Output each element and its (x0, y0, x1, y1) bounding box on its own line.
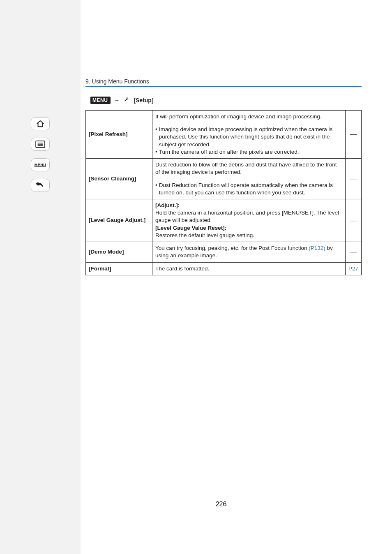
page-content: 9. Using Menu Functions MENU → [Setup] [… (81, 0, 392, 554)
setting-ref: — (345, 242, 361, 262)
table-row: [Level Gauge Adjust.] [Adjust.]: Hold th… (86, 199, 362, 242)
wrench-icon (123, 96, 130, 104)
setting-ref: — (345, 199, 361, 242)
setting-name: [Demo Mode] (86, 242, 152, 262)
setting-ref: — (345, 111, 361, 159)
setting-bullets: •Dust Reduction Function will operate au… (152, 179, 346, 199)
setting-name: [Format] (86, 262, 152, 275)
arrow-right-icon: → (114, 97, 120, 104)
setting-bullets: •Imaging device and image processing is … (152, 123, 346, 159)
menu-button[interactable]: MENU (31, 158, 50, 171)
setting-ref: — (345, 159, 361, 199)
setting-name: [Pixel Refresh] (86, 111, 152, 159)
breadcrumb: 9. Using Menu Functions (85, 78, 362, 87)
sidebar-nav: MENU (0, 0, 81, 554)
page-link[interactable]: (P132) (309, 245, 325, 251)
setting-desc: You can try focusing, peaking, etc. for … (152, 242, 346, 262)
back-arrow-icon (35, 181, 45, 189)
list-box-icon (35, 140, 46, 148)
menu-path: MENU → [Setup] (85, 96, 362, 104)
page-number: 226 (81, 501, 362, 508)
home-icon (36, 120, 45, 128)
setting-name: [Level Gauge Adjust.] (86, 199, 152, 242)
table-row: [Pixel Refresh] It will perform optimiza… (86, 111, 362, 123)
back-button[interactable] (31, 179, 50, 192)
setting-desc: Dust reduction to blow off the debris an… (152, 159, 346, 179)
setting-desc: The card is formatted. (152, 262, 346, 275)
settings-table: [Pixel Refresh] It will perform optimiza… (85, 110, 362, 275)
setting-ref: P27 (345, 262, 361, 275)
menu-label: MENU (35, 163, 46, 167)
table-row: [Sensor Cleaning] Dust reduction to blow… (86, 159, 362, 179)
table-row: [Demo Mode] You can try focusing, peakin… (86, 242, 362, 262)
page-link[interactable]: P27 (348, 265, 358, 272)
setting-name: [Sensor Cleaning] (86, 159, 152, 199)
menu-badge: MENU (90, 97, 111, 104)
setting-desc: [Adjust.]: Hold the camera in a horizont… (152, 199, 346, 242)
setup-label: [Setup] (134, 97, 153, 104)
contents-button[interactable] (31, 138, 50, 151)
setting-desc: It will perform optimization of imaging … (152, 111, 346, 123)
home-button[interactable] (31, 117, 50, 130)
table-row: [Format] The card is formatted. P27 (86, 262, 362, 275)
